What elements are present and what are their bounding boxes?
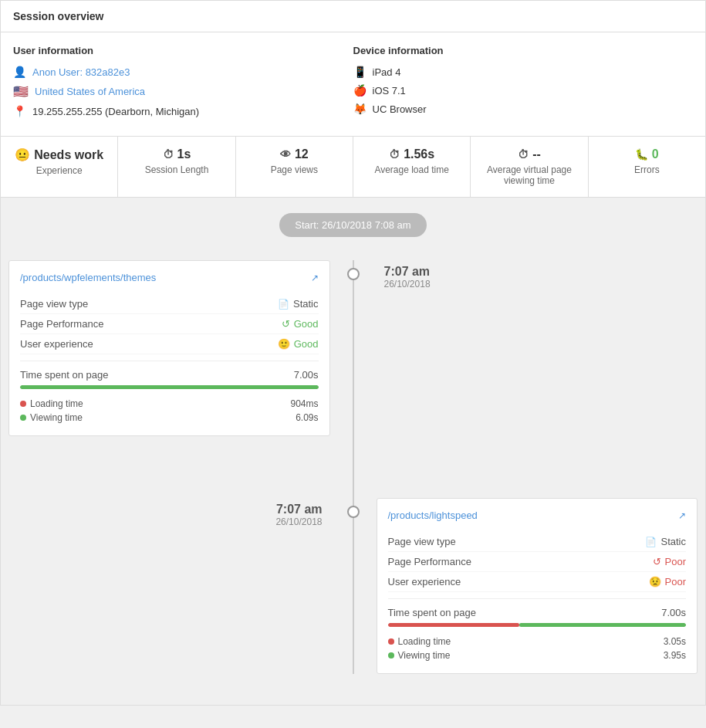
page-url-1[interactable]: /products/wpfelements/themes [20,272,156,283]
page-title: Session overview [13,10,104,22]
page-view-type-value-1: 📄 Static [278,298,319,310]
user-experience-label-2: User experience [388,576,461,587]
divider-2 [388,598,687,599]
browser-icon: 🦊 [353,103,367,115]
external-link-icon-1[interactable]: ↗ [311,273,319,283]
timeline-dot-2 [347,506,360,518]
user-experience-value-2: 😟 Poor [649,576,686,587]
dot-red-1 [20,401,26,407]
stat-page-views: 👁 12 Page views [236,137,353,197]
timeline-dot-1-wrapper [330,260,377,436]
page-performance-row-2: Page Performance ↺ Poor [388,552,687,572]
stat-avg-viewing: ⏱ -- Average virtual page viewing time [471,137,588,197]
user-name-link[interactable]: Anon User: 832a82e3 [32,66,130,78]
country-link[interactable]: United States of America [35,86,145,97]
loading-value-1: 904ms [290,398,318,409]
stats-bar: 😐 Needs work Experience ⏱ 1s Session Len… [1,137,705,198]
avg-load-value: ⏱ 1.56s [363,147,461,161]
timeline-time-1-wrapper: 7:07 am 26/10/2018 [377,260,698,436]
user-experience-icon-1: 🙂 [278,338,290,350]
progress-fill-red-2 [388,623,519,627]
page-performance-icon-1: ↺ [282,318,290,330]
dot-green-2 [388,652,394,659]
time-spent-row-2: Time spent on page 7.00s [388,607,687,627]
stat-session-length: ⏱ 1s Session Length [118,137,235,197]
page-performance-value-2: ↺ Poor [653,556,686,567]
errors-label: Errors [598,164,696,175]
user-info-column: User information 👤 Anon User: 832a82e3 🇺… [13,45,353,124]
user-experience-value-1: 🙂 Good [278,338,319,350]
session-length-value: ⏱ 1s [127,147,225,161]
timeline-card-wrapper-2: /products/lightspeed ↗ Page view type 📄 … [377,498,698,674]
timeline-entry-2: /products/lightspeed ↗ Page view type 📄 … [8,498,698,674]
main-container: Session overview User information 👤 Anon… [0,0,706,706]
loading-viewing-1: Loading time 904ms Viewing time 6.09s [20,397,319,425]
pin-icon: 📍 [13,105,26,117]
avg-viewing-icon: ⏱ [518,148,529,161]
avg-load-label: Average load time [363,164,461,175]
timeline-date-2: 26/10/2018 [8,516,323,527]
static-doc-icon-1: 📄 [278,299,289,310]
dot-red-2 [388,638,394,645]
page-card-1: /products/wpfelements/themes ↗ Page view… [8,260,330,436]
user-name-row: 👤 Anon User: 832a82e3 [13,66,353,78]
device-icon: 📱 [353,66,367,78]
avg-load-icon: ⏱ [389,148,400,161]
avg-viewing-label: Average virtual page viewing time [480,164,578,186]
apple-icon: 🍎 [353,84,367,97]
page-card-1-header: /products/wpfelements/themes ↗ [20,272,319,283]
page-view-type-label-1: Page view type [20,298,88,310]
device-info-title: Device information [353,45,694,56]
page-view-type-label-2: Page view type [388,536,456,547]
page-performance-label-2: Page Performance [388,556,471,567]
browser-name: UC Browser [373,103,427,115]
viewing-label-1: Viewing time [20,412,83,423]
device-info-column: Device information 📱 iPad 4 🍎 iOS 7.1 🦊 … [353,45,694,124]
page-card-2: /products/lightspeed ↗ Page view type 📄 … [377,498,698,674]
progress-bar-1 [20,385,319,389]
loading-value-2: 3.05s [664,636,686,647]
start-badge-text: Start: 26/10/2018 7:08 am [279,213,426,237]
timeline-time-2: 7:07 am [8,503,323,516]
start-badge: Start: 26/10/2018 7:08 am [1,213,705,237]
user-icon: 👤 [13,66,26,78]
timeline-card-wrapper-1: /products/wpfelements/themes ↗ Page view… [8,260,330,436]
page-view-type-row-2: Page view type 📄 Static [388,532,687,552]
errors-value: 🐛 0 [598,147,696,161]
experience-value: 😐 Needs work [10,147,108,162]
static-doc-icon-2: 📄 [645,537,657,547]
user-experience-row-2: User experience 😟 Poor [388,572,687,592]
dot-green-1 [20,415,26,421]
user-info-title: User information [13,45,353,56]
timeline-section: Start: 26/10/2018 7:08 am /products/wpfe… [1,198,705,705]
page-performance-label-1: Page Performance [20,318,103,330]
session-length-icon: ⏱ [163,148,174,161]
page-views-icon: 👁 [280,148,291,161]
errors-icon: 🐛 [635,148,648,161]
country-row: 🇺🇸 United States of America [13,84,353,99]
timeline-dot-1 [347,268,360,280]
page-performance-icon-2: ↺ [653,556,661,567]
session-header: Session overview [1,1,705,32]
timeline-wrapper: /products/wpfelements/themes ↗ Page view… [1,260,705,674]
os-name: iOS 7.1 [373,85,406,97]
loading-label-2: Loading time [388,636,451,647]
loading-viewing-2: Loading time 3.05s Viewing time 3.95s [388,635,687,662]
avg-viewing-value: ⏱ -- [480,147,578,161]
user-experience-row-1: User experience 🙂 Good [20,334,319,354]
time-spent-row-1: Time spent on page 7.00s [20,369,319,389]
timeline-time-2-wrapper: 7:07 am 26/10/2018 [8,498,330,674]
page-url-2[interactable]: /products/lightspeed [388,510,478,521]
viewing-time-row-1: Viewing time 6.09s [20,411,319,425]
os-row: 🍎 iOS 7.1 [353,84,694,97]
loading-time-row-2: Loading time 3.05s [388,635,687,648]
timeline-date-1: 26/10/2018 [384,279,698,290]
page-card-2-header: /products/lightspeed ↗ [388,510,687,521]
flag-icon: 🇺🇸 [13,84,29,99]
loading-time-row-1: Loading time 904ms [20,397,319,411]
external-link-icon-2[interactable]: ↗ [678,510,686,521]
timeline-time-1: 7:07 am [384,265,698,279]
device-name: iPad 4 [373,66,401,78]
progress-fill-1 [20,385,319,389]
viewing-value-2: 3.95s [664,650,686,661]
